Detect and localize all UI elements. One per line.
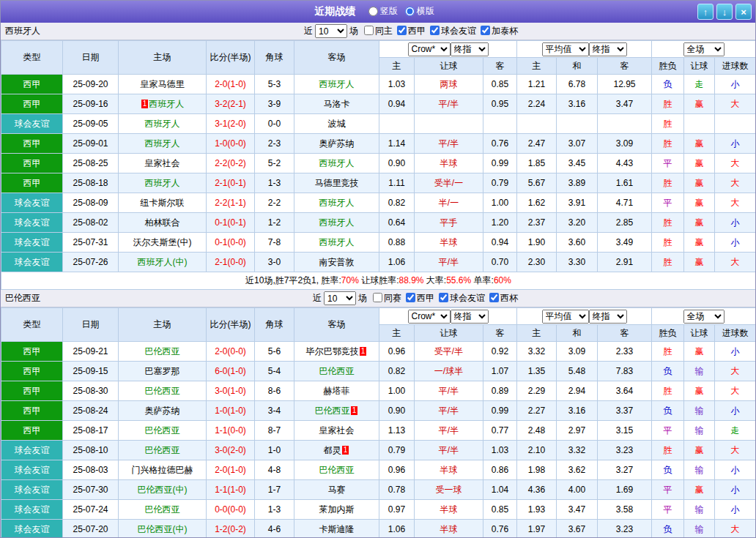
corners: 7-8 (255, 233, 294, 253)
team-name-text: 西班牙人 (319, 79, 355, 89)
corners: 2-3 (255, 134, 294, 154)
average-select[interactable]: 平均值 (542, 42, 589, 56)
result-handicap: 赢 (684, 173, 715, 193)
match-score: 2-1(0-1) (207, 173, 255, 193)
filter-checkbox-input[interactable] (439, 293, 448, 302)
handicap-line: 半/一 (415, 193, 483, 213)
odds-value: 4.43 (598, 154, 652, 173)
sub-column-header: 进球数 (715, 58, 756, 75)
filter-checkbox[interactable]: 同赛 (373, 292, 401, 305)
filter-checkbox-input[interactable] (481, 26, 490, 35)
odds-value (379, 114, 415, 134)
result-handicap: 赢 (684, 213, 715, 233)
match-type: 西甲 (1, 381, 63, 401)
filter-checkbox-input[interactable] (430, 26, 440, 35)
bookmaker-index-select[interactable]: 终指 (451, 310, 489, 324)
match-score: 6-0(1-0) (207, 362, 255, 381)
scope-select[interactable]: 全场 (683, 310, 724, 324)
filter-checkbox-input[interactable] (397, 26, 407, 35)
match-type: 球会友谊 (1, 460, 63, 480)
odds-value: 3.07 (557, 134, 598, 154)
layout-radio-horizontal[interactable]: 横版 (405, 6, 434, 16)
filter-checkbox[interactable]: 西杯 (489, 292, 518, 305)
team-name-text: 奥萨苏纳 (145, 406, 180, 416)
result-handicap: 输 (684, 460, 715, 480)
corners: 1-0 (255, 441, 294, 460)
sub-column-header: 客 (598, 325, 652, 342)
summary-row: 近10场,胜7平2负1, 胜率:70% 让球胜率:88.9% 大率:55.6% … (1, 272, 756, 290)
odds-value: 3.60 (557, 233, 598, 253)
odds-value: 2.27 (517, 401, 557, 421)
odds-value: 3.32 (517, 342, 557, 362)
odds-value: 3.20 (557, 213, 598, 233)
match-type: 西甲 (1, 173, 63, 193)
move-up-button[interactable]: ↑ (697, 4, 714, 20)
odds-value: 2.48 (517, 421, 557, 441)
filter-checkbox-input[interactable] (373, 293, 382, 302)
column-header: 类型 (1, 308, 63, 342)
handicap-line: 平/半 (415, 134, 483, 154)
match-row: 西甲25-09-21巴伦西亚2-0(0-0)5-6毕尔巴鄂竞技10.96受平/半… (1, 342, 756, 362)
match-score: 1-2(0-2) (207, 520, 255, 538)
home-team: 巴塞罗那 (119, 362, 207, 381)
odds-value: 1.00 (483, 193, 517, 213)
layout-radio-input[interactable] (368, 7, 378, 16)
result-wdl: 胜 (652, 134, 684, 154)
bookmaker-select[interactable]: Crow* (408, 42, 451, 56)
layout-radio-vertical[interactable]: 竖版 (368, 6, 398, 16)
layout-radio-input[interactable] (405, 7, 415, 16)
odds-value: 2.94 (557, 381, 598, 401)
bookmaker-index-select[interactable]: 终指 (451, 42, 489, 56)
result-wdl: 胜 (652, 342, 684, 362)
team-name-text: 西班牙人 (145, 138, 180, 149)
filter-checkbox[interactable]: 西甲 (397, 25, 426, 37)
recent-count-select[interactable]: 10 (324, 291, 356, 305)
match-date: 25-08-03 (63, 460, 119, 480)
result-handicap: 输 (684, 520, 715, 538)
bookmaker-select[interactable]: Crow* (408, 310, 451, 324)
corners: 0-0 (255, 114, 294, 134)
team-name-text: 纽卡斯尔联 (141, 198, 185, 208)
match-score: 1-1(0-0) (207, 421, 255, 441)
odds-value: 1.07 (483, 362, 517, 381)
match-type: 球会友谊 (1, 441, 63, 460)
filter-checkbox[interactable]: 同主 (364, 25, 393, 37)
match-date: 25-08-30 (63, 381, 119, 401)
move-down-button[interactable]: ↓ (716, 4, 733, 20)
average-index-select[interactable]: 终指 (589, 42, 627, 56)
close-button[interactable]: × (735, 4, 752, 20)
result-wdl: 胜 (652, 114, 684, 134)
result-goals: 小 (715, 213, 756, 233)
handicap-line: 平/半 (415, 441, 483, 460)
filter-checkbox[interactable]: 球会友谊 (430, 25, 476, 37)
scope-cell: 全场 (652, 41, 756, 58)
filter-checkbox[interactable]: 加泰杯 (481, 25, 518, 37)
scope-select[interactable]: 全场 (683, 42, 724, 56)
odds-value: 0.94 (483, 233, 517, 253)
match-type: 西甲 (1, 401, 63, 421)
team-name-text: 莱加内斯 (319, 504, 355, 515)
team-name-text: 沃尔夫斯堡(中) (133, 237, 192, 247)
result-wdl: 平 (652, 421, 684, 441)
match-type: 西甲 (1, 421, 63, 441)
filter-checkbox-input[interactable] (364, 26, 374, 35)
average-select[interactable]: 平均值 (542, 310, 589, 324)
results-table: 类型日期主场比分(半场)角球客场Crow*终指平均值终指全场主让球客主和客胜负让… (1, 307, 756, 538)
filter-checkbox[interactable]: 西甲 (406, 292, 434, 305)
team-name-text: 巴伦西亚 (319, 366, 355, 376)
odds-value: 1.04 (483, 480, 517, 500)
corners: 1-7 (255, 480, 294, 500)
home-team: 门兴格拉德巴赫 (119, 460, 207, 480)
match-type: 球会友谊 (1, 480, 63, 500)
match-type: 球会友谊 (1, 520, 63, 538)
section-team-name: 巴伦西亚 (5, 292, 40, 305)
column-header: 类型 (1, 41, 63, 75)
recent-count-select[interactable]: 10 (315, 24, 347, 38)
filter-checkbox-input[interactable] (406, 293, 415, 302)
average-index-select[interactable]: 终指 (589, 310, 627, 324)
filter-checkbox-input[interactable] (489, 293, 499, 302)
result-goals: 小 (715, 500, 756, 520)
odds-value: 0.89 (483, 381, 517, 401)
filter-checkbox[interactable]: 球会友谊 (439, 292, 485, 305)
odds-value: 1.35 (517, 362, 557, 381)
